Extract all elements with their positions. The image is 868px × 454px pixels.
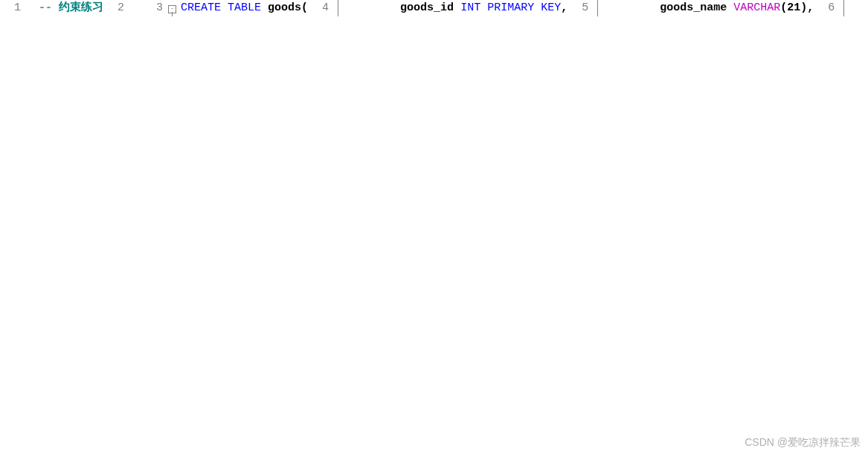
- line-number: 3: [142, 0, 167, 16]
- token-nm: 21: [787, 1, 800, 14]
- token-tx: [534, 1, 541, 14]
- token-kw: PRIMARY: [487, 1, 534, 14]
- token-pn: (: [780, 1, 787, 14]
- fold-gutter: [129, 0, 142, 16]
- token-kw: TABLE: [228, 1, 261, 14]
- code-line[interactable]: 2: [103, 0, 142, 16]
- code-content[interactable]: -- 约束练习: [39, 0, 103, 16]
- code-content[interactable]: goods_name VARCHAR(21),: [606, 0, 814, 16]
- token-tx: [221, 1, 228, 14]
- token-kw: CREATE: [181, 1, 221, 14]
- token-pn: ,: [807, 1, 814, 14]
- token-tx: goods_id: [347, 1, 460, 14]
- line-number: 6: [814, 0, 839, 16]
- token-pn: (: [301, 1, 308, 14]
- fold-gutter[interactable]: -: [167, 0, 181, 16]
- token-tx: goods_name: [606, 1, 733, 14]
- token-pn: ): [800, 1, 807, 14]
- line-number: 4: [308, 0, 333, 16]
- token-fn: VARCHAR: [733, 1, 780, 14]
- code-line[interactable]: 6 unitprice DOUBLE CHECK(unitprice BETWE…: [814, 0, 868, 16]
- token-kw: KEY: [541, 1, 561, 14]
- line-number: 2: [103, 0, 129, 16]
- code-content[interactable]: CREATE TABLE goods(: [181, 0, 308, 16]
- token-pn: ,: [561, 1, 568, 14]
- code-content[interactable]: unitprice DOUBLE CHECK(unitprice BETWEEN…: [852, 0, 868, 16]
- token-kw: INT: [460, 1, 480, 14]
- token-tx: [480, 1, 487, 14]
- token-tx: goods: [261, 1, 301, 14]
- code-line[interactable]: 4 goods_id INT PRIMARY KEY,: [308, 0, 568, 16]
- token-op: --: [39, 1, 59, 14]
- fold-gutter: [593, 0, 606, 16]
- code-content[interactable]: goods_id INT PRIMARY KEY,: [347, 0, 568, 16]
- fold-gutter: [25, 0, 39, 16]
- line-number: 5: [568, 0, 593, 16]
- code-line[interactable]: 5 goods_name VARCHAR(21),: [568, 0, 814, 16]
- code-editor[interactable]: 1-- 约束练习23-CREATE TABLE goods(4 goods_id…: [0, 0, 868, 16]
- code-line[interactable]: 3-CREATE TABLE goods(: [142, 0, 308, 16]
- line-number: 1: [0, 0, 25, 16]
- code-line[interactable]: 1-- 约束练习: [0, 0, 103, 16]
- watermark-text: CSDN @爱吃凉拌辣芒果: [745, 436, 861, 450]
- fold-gutter: [839, 0, 852, 16]
- token-tx: unitprice: [852, 1, 868, 14]
- fold-gutter: [333, 0, 347, 16]
- token-cm: 约束练习: [59, 1, 103, 14]
